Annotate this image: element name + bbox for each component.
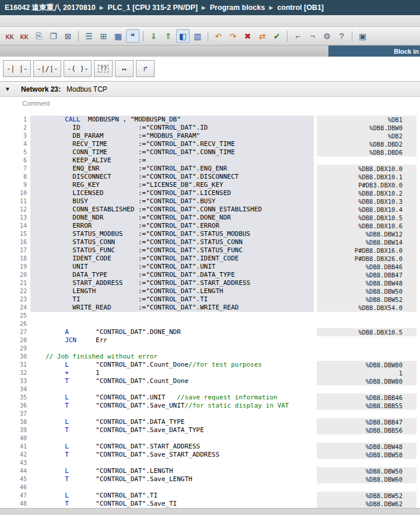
swap-operands-icon[interactable]: ⇄: [256, 29, 269, 43]
code-line[interactable]: 30// Job finished without error: [0, 353, 420, 361]
consistency-check-icon[interactable]: ✔: [270, 29, 284, 43]
nc-contact-button[interactable]: -|/|-: [33, 60, 61, 77]
code-line[interactable]: 32 + 11: [0, 369, 420, 377]
code-line[interactable]: 6 KEEP_ALIVE :=: [0, 156, 420, 165]
code-line[interactable]: 25: [0, 312, 420, 320]
code-line[interactable]: 36 T "CONTROL_DAT".Save_UNIT//for static…: [0, 402, 420, 410]
code-line[interactable]: 42 T "CONTROL_DAT".Save_START_ADDRESS%DB…: [0, 451, 420, 459]
network-comments-toggle-icon[interactable]: ❝: [126, 29, 139, 43]
new-window-icon[interactable]: ❐: [47, 29, 60, 43]
code-line[interactable]: 35 L "CONTROL_DAT".UNIT //save request i…: [0, 394, 420, 402]
breadcrumb-item[interactable]: PLC_1 [CPU 315-2 PN/DP]: [108, 4, 198, 12]
update-call-forward-icon[interactable]: ĸĸ: [18, 29, 31, 43]
code-line[interactable]: 22 LENGTH :="CONTROL_DAT".LENGTH%DB8.DBW…: [0, 287, 420, 295]
close-branch-icon[interactable]: ¬: [306, 29, 319, 43]
line-number: 22: [0, 287, 30, 295]
code-line[interactable]: 11 BUSY :="CONTROL_DAT".BUSY%DB8.DBX10.3: [0, 197, 420, 206]
breadcrumb-item[interactable]: control [OB1]: [277, 4, 324, 12]
download-to-device-icon[interactable]: ⇓: [147, 29, 160, 43]
code-line[interactable]: 28 JCN Err: [0, 336, 420, 345]
breadcrumb-item[interactable]: E16042 遠東重八 20170810: [5, 3, 96, 13]
block-overview-icon[interactable]: ▦: [111, 29, 125, 43]
collapse-network-icon[interactable]: ▼: [5, 86, 21, 92]
code-line[interactable]: 43: [0, 459, 420, 467]
code-line[interactable]: 9 REG_KEY :="LICENSE_DB".REG_KEYP#DB3.DB…: [0, 181, 420, 189]
code-line[interactable]: 40: [0, 434, 420, 443]
code-line[interactable]: 26: [0, 320, 420, 328]
operand-address: %DB8.DBX10.0: [317, 165, 416, 173]
code-line[interactable]: 21 START_ADDRESS :="CONTROL_DAT".START_A…: [0, 279, 420, 287]
block-properties-icon[interactable]: ▣: [356, 29, 369, 43]
empty-box-button[interactable]: ??: [94, 60, 113, 77]
code-line[interactable]: 31 L "CONTROL_DAT".Count_Done//for test …: [0, 361, 420, 369]
code-line[interactable]: 27 A "CONTROL_DAT".DONE_NDR%DB8.DBX10.5: [0, 328, 420, 336]
code-line[interactable]: 13 DONE_NDR :="CONTROL_DAT".DONE_NDR%DB8…: [0, 214, 420, 222]
symbol-table-icon[interactable]: ▥: [191, 29, 204, 43]
code-line[interactable]: 23 TI :="CONTROL_DAT".TI%DB8.DBW52: [0, 295, 420, 304]
code-line[interactable]: 44 L "CONTROL_DAT".LENGTH%DB8.DBW50: [0, 467, 420, 475]
code-line[interactable]: 39 T "CONTROL_DAT".Save_DATA_TYPE%DB8.DB…: [0, 426, 420, 434]
undo-jump-icon[interactable]: ↶: [212, 29, 225, 43]
block-interface-pane[interactable]: Block in: [328, 46, 420, 57]
code-line[interactable]: 33 T "CONTROL_DAT".Count_Done%DB8.DBW80: [0, 377, 420, 385]
close-branch-button[interactable]: ↱: [136, 60, 155, 77]
toolbar-separator: [78, 31, 79, 41]
go-offline-icon[interactable]: ✖: [241, 29, 254, 43]
operand-address: %DB8.DBW0: [317, 124, 416, 132]
insert-network-icon[interactable]: ⊞: [97, 29, 110, 43]
code-line[interactable]: 8 DISCONNECT :="CONTROL_DAT".DISCONNECT%…: [0, 173, 420, 181]
line-number: 13: [0, 214, 30, 222]
horizontal-scrollbar[interactable]: [0, 508, 420, 515]
main-toolbar: ĸĸĸĸ⎘❐⊠☰⊞▦❝⇓⇑◧▥↶↷✖⇄✔⌐¬⚙?▣: [0, 27, 420, 46]
code-line[interactable]: 15 STATUS_MODBUS :="CONTROL_DAT".STATUS_…: [0, 230, 420, 238]
line-number: 48: [0, 500, 30, 508]
code-line[interactable]: 12 CONN_ESTABLISHED :="CONTROL_DAT".CONN…: [0, 206, 420, 214]
code-line[interactable]: 34: [0, 385, 420, 394]
syntax-help-icon[interactable]: ?: [335, 29, 348, 43]
code-line[interactable]: 46: [0, 483, 420, 492]
absolute-symbolic-toggle-icon[interactable]: ◧: [176, 29, 190, 43]
code-editor[interactable]: 1 CALL MODBUSPN , "MODBUSPN_DB"%DB12 ID …: [0, 116, 420, 508]
copy-view-icon[interactable]: ⎘: [32, 29, 46, 43]
operand-address: P#DB3.DBX0.0: [317, 181, 416, 189]
breadcrumb-item[interactable]: Program blocks: [210, 4, 265, 12]
code-line[interactable]: 3 DB_PARAM :="MODBUS_PARAM"%DB2: [0, 132, 420, 140]
code-line[interactable]: 5 CONN_TIME :="CONTROL_DAT".CONN_TIME%DB…: [0, 148, 420, 156]
code-line[interactable]: 4 RECV_TIME :="CONTROL_DAT".RECV_TIME%DB…: [0, 140, 420, 148]
instruction-toolbar: -| |--|/|--( )-??↦↱: [0, 57, 420, 82]
update-call-backward-icon[interactable]: ĸĸ: [3, 29, 16, 43]
network-comment-field[interactable]: Comment: [0, 97, 420, 116]
code-line[interactable]: 47 L "CONTROL_DAT".TI%DB8.DBW52: [0, 492, 420, 500]
redo-jump-icon[interactable]: ↷: [226, 29, 240, 43]
code-line[interactable]: 2 ID :="CONTROL_DAT".ID%DB8.DBW0: [0, 124, 420, 132]
settings-icon[interactable]: ⚙: [320, 29, 334, 43]
open-branch-icon[interactable]: ⌐: [291, 29, 304, 43]
code-text: CONN_TIME :="CONTROL_DAT".CONN_TIME: [30, 148, 314, 156]
code-line[interactable]: 48 T "CONTROL_DAT".Save_TI%DB8.DBW62: [0, 500, 420, 508]
code-text: JCN Err: [30, 336, 314, 345]
operand-address: %DB8.DBB46: [317, 394, 416, 402]
code-text: [30, 345, 314, 353]
close-view-icon[interactable]: ⊠: [61, 29, 75, 43]
code-line[interactable]: 20 DATA_TYPE :="CONTROL_DAT".DATA_TYPE%D…: [0, 271, 420, 279]
code-line[interactable]: 19 UNIT :="CONTROL_DAT".UNIT%DB8.DBB46: [0, 263, 420, 271]
no-contact-button[interactable]: -| |-: [3, 60, 31, 77]
network-list-icon[interactable]: ☰: [82, 29, 96, 43]
upload-from-device-icon[interactable]: ⇑: [162, 29, 175, 43]
code-line[interactable]: 45 T "CONTROL_DAT".Save_LENGTH%DB8.DBW60: [0, 475, 420, 483]
code-line[interactable]: 29: [0, 345, 420, 353]
code-line[interactable]: 17 STATUS_FUNC :="CONTROL_DAT".STATUS_FU…: [0, 246, 420, 255]
code-line[interactable]: 37: [0, 410, 420, 418]
coil-button[interactable]: -( )-: [64, 60, 92, 77]
code-line[interactable]: 14 ERROR :="CONTROL_DAT".ERROR%DB8.DBX10…: [0, 222, 420, 230]
code-line[interactable]: 38 L "CONTROL_DAT".DATA_TYPE%DB8.DBB47: [0, 418, 420, 426]
code-line[interactable]: 7 ENQ_ENR :="CONTROL_DAT".ENQ_ENR%DB8.DB…: [0, 165, 420, 173]
code-line[interactable]: 16 STATUS_CONN :="CONTROL_DAT".STATUS_CO…: [0, 238, 420, 246]
code-line[interactable]: 24 WRITE_READ :="CONTROL_DAT".WRITE_READ…: [0, 304, 420, 312]
open-branch-button[interactable]: ↦: [115, 60, 134, 77]
code-line[interactable]: 18 IDENT_CODE :="CONTROL_DAT".IDENT_CODE…: [0, 255, 420, 263]
code-line[interactable]: 1 CALL MODBUSPN , "MODBUSPN_DB"%DB1: [0, 116, 420, 124]
code-line[interactable]: 41 L "CONTROL_DAT".START_ADDRESS%DB8.DBW…: [0, 443, 420, 451]
operand-address: %DB8.DBX10.5: [317, 328, 416, 336]
code-line[interactable]: 10 LICENSED :="CONTROL_DAT".LICENSED%DB8…: [0, 189, 420, 197]
